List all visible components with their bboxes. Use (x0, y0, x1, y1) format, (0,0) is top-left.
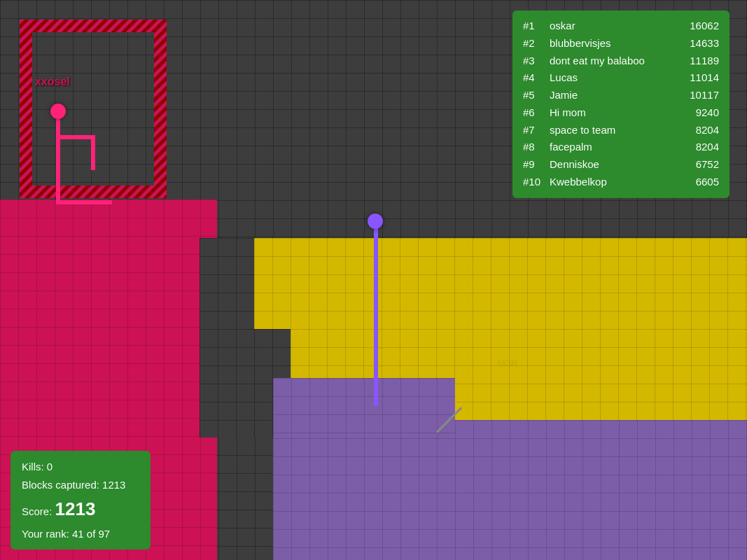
leaderboard-entry: #2 blubbervisjes 14633 (523, 35, 719, 52)
svg-rect-2 (20, 20, 167, 32)
svg-rect-5 (154, 32, 167, 186)
yellow-player-label: lucas (497, 357, 518, 368)
lb-name: oskar (550, 18, 677, 35)
lb-name: facepalm (550, 139, 677, 156)
lb-score: 16062 (677, 18, 719, 35)
lb-rank: #3 (523, 52, 550, 70)
lb-rank: #10 (523, 174, 550, 191)
lb-score: 10117 (677, 87, 719, 104)
lb-rank: #4 (523, 69, 550, 87)
lb-rank: #9 (523, 156, 550, 174)
leaderboard-entry: #10 Kwebbelkop 6605 (523, 174, 719, 191)
leaderboard-entry: #6 Hi mom 9240 (523, 104, 719, 122)
territory-purple (273, 420, 747, 560)
player-xxosel-label: xxosel (35, 76, 70, 88)
svg-rect-4 (20, 32, 32, 186)
kills-stat: Kills: 0 (22, 458, 139, 476)
lb-rank: #7 (523, 122, 550, 139)
rank-stat: Your rank: 41 of 97 (22, 525, 139, 543)
lb-score: 9240 (677, 104, 719, 122)
leaderboard-rows: #1 oskar 16062 #2 blubbervisjes 14633 #3… (523, 18, 719, 191)
leaderboard-entry: #9 Denniskoe 6752 (523, 156, 719, 174)
leaderboard-entry: #4 Lucas 11014 (523, 69, 719, 87)
pink-trail-v (56, 119, 60, 203)
lb-rank: #2 (523, 35, 550, 52)
territory-purple-upper (273, 378, 455, 434)
leaderboard-entry: #8 facepalm 8204 (523, 139, 719, 156)
lb-name: Hi mom (550, 104, 677, 122)
lb-rank: #6 (523, 104, 550, 122)
leaderboard-entry: #3 dont eat my balaboo 11189 (523, 52, 719, 70)
lb-score: 8204 (677, 139, 719, 156)
pink-trail-inner-h (60, 135, 95, 139)
player-dot-pink (50, 104, 66, 119)
xxosel-border (20, 20, 167, 198)
lb-name: dont eat my balaboo (550, 52, 677, 70)
lb-name: Denniskoe (550, 156, 677, 174)
lb-rank: #8 (523, 139, 550, 156)
score-stat: Score: 1213 (22, 493, 139, 524)
lb-name: space to team (550, 122, 677, 139)
stats-box: Kills: 0 Blocks captured: 1213 Score: 12… (11, 451, 151, 550)
svg-rect-3 (20, 186, 167, 198)
lb-rank: #5 (523, 87, 550, 104)
lb-score: 14633 (677, 35, 719, 52)
leaderboard-entry: #5 Jamie 10117 (523, 87, 719, 104)
lb-name: Lucas (550, 69, 677, 87)
lb-score: 6605 (677, 174, 719, 191)
pink-trail-inner (91, 135, 95, 170)
lb-rank: #1 (523, 18, 550, 35)
leaderboard: #1 oskar 16062 #2 blubbervisjes 14633 #3… (512, 10, 729, 198)
lb-name: blubbervisjes (550, 35, 677, 52)
lb-score: 11189 (677, 52, 719, 70)
purple-trail-vertical (374, 227, 378, 406)
lb-score: 8204 (677, 122, 719, 139)
lb-score: 6752 (677, 156, 719, 174)
lb-name: Jamie (550, 87, 677, 104)
lb-score: 11014 (677, 69, 719, 87)
leaderboard-entry: #1 oskar 16062 (523, 18, 719, 35)
leaderboard-entry: #7 space to team 8204 (523, 122, 719, 139)
lb-name: Kwebbelkop (550, 174, 677, 191)
game-canvas: xxosel lucas #1 oskar 16062 #2 blubbervi… (0, 0, 747, 560)
pink-trail-h (56, 200, 112, 204)
blocks-stat: Blocks captured: 1213 (22, 476, 139, 494)
player-dot-purple (368, 214, 383, 229)
territory-yellow-gap1 (200, 238, 254, 329)
